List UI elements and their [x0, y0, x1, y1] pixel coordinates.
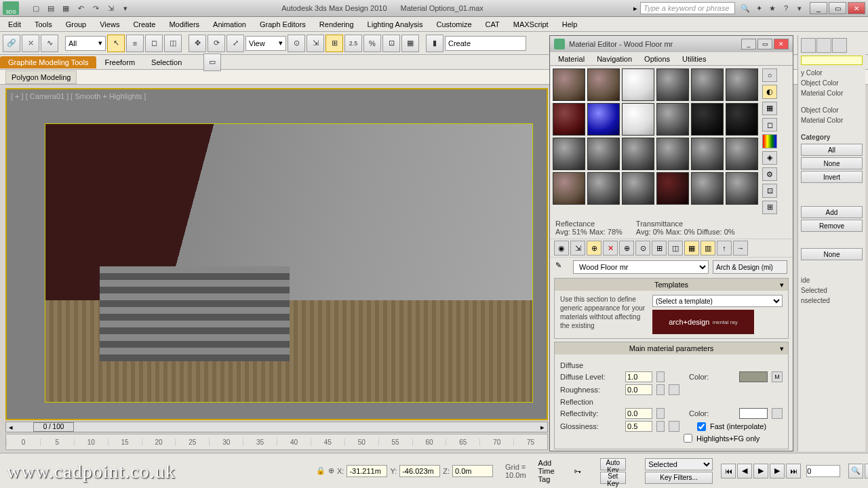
object-color-option-2[interactable]: Object Color — [801, 105, 863, 115]
sample-slot-13[interactable] — [553, 138, 585, 170]
reset-map-button[interactable]: ✕ — [603, 241, 618, 256]
infocenter-arrow-icon[interactable]: ▸ — [633, 4, 637, 13]
keyfilters-button[interactable]: Key Filters... — [645, 472, 713, 484]
tab-selection[interactable]: Selection — [143, 56, 190, 68]
qat-open-icon[interactable]: ▤ — [45, 2, 57, 14]
menu-grapheditors[interactable]: Graph Editors — [253, 18, 313, 30]
sample-slot-14[interactable] — [587, 138, 620, 170]
qat-save-icon[interactable]: ▦ — [60, 2, 72, 14]
sample-slot-1[interactable] — [553, 68, 585, 101]
cmd-tab-create[interactable] — [801, 38, 816, 53]
minimize-button[interactable]: _ — [810, 2, 827, 14]
sample-slot-23[interactable] — [691, 172, 724, 205]
mat-close-button[interactable]: ✕ — [774, 39, 789, 49]
rotate-button[interactable]: ⟳ — [208, 35, 225, 52]
diffuse-map-button[interactable]: M — [772, 371, 783, 382]
mat-menu-navigation[interactable]: Navigation — [591, 54, 637, 64]
sample-slot-11[interactable] — [691, 103, 724, 136]
keymode-dropdown[interactable]: Selected — [645, 458, 713, 470]
menu-lighting[interactable]: Lighting Analysis — [361, 18, 430, 30]
search-icon[interactable]: 🔍 — [739, 2, 751, 14]
show-end-result-button[interactable]: ▥ — [701, 241, 715, 256]
search-input[interactable]: Type a keyword or phrase — [640, 2, 735, 14]
goto-start-button[interactable]: ⏮ — [721, 464, 736, 479]
mat-maximize-button[interactable]: ▭ — [757, 39, 772, 49]
glossiness-input[interactable] — [625, 421, 652, 432]
sample-slot-8[interactable] — [587, 103, 620, 136]
pivot-button[interactable]: ⊙ — [288, 35, 305, 52]
bind-button[interactable]: ∿ — [41, 35, 58, 52]
nav-zoom-button[interactable]: 🔍 — [848, 464, 863, 479]
roughness-map-button[interactable] — [669, 384, 679, 395]
viewport-camera01[interactable]: [ + ] [ Camera01 ] [ Smooth + Highlights… — [5, 88, 548, 420]
material-type-button[interactable]: Arch & Design (mi) — [713, 260, 787, 274]
reflection-color-swatch[interactable] — [739, 408, 768, 419]
snap-toggle-button[interactable]: ⊞ — [326, 35, 343, 52]
sample-slot-4[interactable] — [656, 68, 689, 101]
mat-map-nav-button[interactable]: ⊞ — [762, 201, 777, 214]
reflectivity-spinner[interactable] — [656, 408, 665, 419]
sample-slot-22[interactable] — [656, 172, 689, 205]
cmd-name-field[interactable] — [801, 56, 863, 65]
coord-z-input[interactable] — [452, 465, 493, 477]
options-button[interactable]: ⚙ — [762, 167, 777, 181]
comm-center-icon[interactable]: ✦ — [753, 2, 765, 14]
sample-slot-12[interactable] — [726, 103, 758, 136]
qat-more-icon[interactable]: ▾ — [119, 2, 132, 14]
nav-pan-button[interactable]: ✋ — [865, 464, 868, 479]
menu-customize[interactable]: Customize — [430, 18, 479, 30]
select-object-button[interactable]: ↖ — [107, 35, 125, 52]
sample-slot-20[interactable] — [587, 172, 620, 205]
qat-undo-icon[interactable]: ↶ — [75, 2, 87, 14]
menu-cat[interactable]: CAT — [479, 18, 507, 30]
named-sel-button[interactable]: ▦ — [401, 35, 419, 52]
menu-views[interactable]: Views — [93, 18, 126, 30]
time-ruler[interactable]: 051015202530354045505560657075 — [5, 434, 548, 450]
fast-interpolate-checkbox[interactable] — [697, 422, 706, 431]
sample-slot-10[interactable] — [656, 103, 689, 136]
sample-slot-7[interactable] — [553, 103, 585, 136]
make-preview-button[interactable]: ◈ — [762, 151, 777, 165]
unselected-option[interactable]: nselected — [801, 296, 863, 306]
manipulate-button[interactable]: ⇲ — [307, 35, 324, 52]
viewport-label[interactable]: [ + ] [ Camera01 ] [ Smooth + Highlights… — [11, 92, 146, 100]
ref-coord-dropdown[interactable]: View▾ — [245, 36, 286, 51]
qat-link-icon[interactable]: ⇲ — [104, 2, 117, 14]
sample-slot-21[interactable] — [622, 172, 654, 205]
menu-rendering[interactable]: Rendering — [313, 18, 361, 30]
angle-snap-button[interactable]: 2.5 — [344, 35, 362, 52]
material-color-option[interactable]: Material Color — [801, 88, 863, 98]
material-id-button[interactable]: ◫ — [668, 241, 683, 256]
video-check-button[interactable] — [762, 134, 777, 148]
mirror-button[interactable]: ▮ — [426, 35, 443, 52]
glossiness-spinner[interactable] — [656, 421, 665, 432]
sample-slot-2[interactable] — [587, 68, 620, 101]
diffuse-color-swatch[interactable] — [739, 371, 768, 382]
sample-slot-15[interactable] — [622, 138, 654, 170]
add-button[interactable]: Add — [801, 206, 863, 218]
ribbon-expand-button[interactable]: ▭ — [203, 54, 221, 71]
percent-snap-button[interactable]: % — [363, 35, 381, 52]
cmd-tab-hierarchy[interactable] — [832, 38, 847, 53]
invert-button[interactable]: Invert — [801, 171, 863, 183]
go-parent-button[interactable]: ↑ — [717, 241, 732, 256]
mat-menu-utilities[interactable]: Utilities — [677, 54, 711, 64]
all-button[interactable]: All — [801, 144, 863, 156]
glossiness-map-button[interactable] — [669, 421, 679, 432]
coord-icon[interactable]: ⊕ — [328, 466, 334, 475]
none-button[interactable]: None — [801, 157, 863, 169]
menu-edit[interactable]: Edit — [1, 18, 28, 30]
coord-y-input[interactable] — [399, 465, 440, 477]
sample-uv-button[interactable]: ◻ — [762, 118, 777, 131]
move-button[interactable]: ✥ — [189, 35, 206, 52]
remove-button[interactable]: Remove — [801, 220, 863, 232]
templates-rollout-header[interactable]: Templates — [555, 279, 788, 291]
polygon-modeling-panel[interactable]: Polygon Modeling — [5, 70, 77, 84]
diffuse-level-input[interactable] — [625, 371, 652, 382]
sample-slot-24[interactable] — [726, 172, 758, 205]
template-select-dropdown[interactable]: (Select a template) — [652, 295, 783, 307]
cmd-tab-modify[interactable] — [816, 38, 831, 53]
tab-graphite[interactable]: Graphite Modeling Tools — [0, 56, 96, 68]
roughness-input[interactable] — [625, 384, 652, 395]
sample-type-button[interactable]: ○ — [762, 68, 777, 82]
